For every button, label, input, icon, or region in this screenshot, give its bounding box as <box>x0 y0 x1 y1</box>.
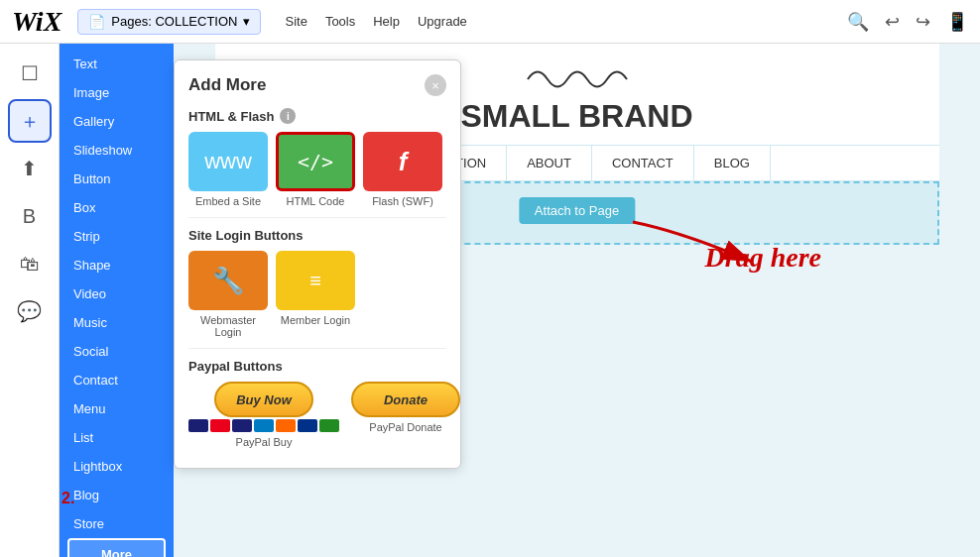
menu-shape[interactable]: Shape <box>60 251 174 279</box>
close-button[interactable]: × <box>425 74 446 96</box>
flash-box[interactable]: f <box>363 132 442 191</box>
wrench-icon: 🔧 <box>212 266 244 296</box>
paypal-donate-item[interactable]: Donate PayPal Donate <box>351 382 460 448</box>
embed-site-item[interactable]: www Embed a Site <box>188 132 268 207</box>
drag-here-label: Drag here <box>705 242 821 274</box>
menu-contact[interactable]: Contact <box>60 366 174 394</box>
visa2-icon <box>232 419 252 432</box>
nav-tools[interactable]: Tools <box>325 14 355 29</box>
menu-text[interactable]: Text <box>60 50 174 78</box>
echeck-icon <box>319 419 339 432</box>
nav-site[interactable]: Site <box>285 14 306 29</box>
menu-more[interactable]: More <box>67 538 166 557</box>
card-icons <box>188 419 339 432</box>
member-login-box[interactable]: ≡ <box>276 251 355 310</box>
info-icon[interactable]: i <box>280 108 296 124</box>
webmaster-login-box[interactable]: 🔧 <box>188 251 268 310</box>
nav-contact[interactable]: CONTACT <box>592 146 694 180</box>
menu-box[interactable]: Box <box>60 193 174 222</box>
menu-menu[interactable]: Menu <box>60 394 174 423</box>
html-flash-items: www Embed a Site </> HTML Code f Flash (… <box>188 132 446 207</box>
paypal-donate-label: PayPal Donate <box>369 421 441 433</box>
menu-button[interactable]: Button <box>60 165 174 193</box>
panel-title: Add More <box>188 75 266 95</box>
visa-icon <box>188 419 208 432</box>
amex-icon <box>254 419 274 432</box>
left-sidebar: ☐ ＋ ⬆ B 🛍 💬 <box>0 44 60 557</box>
step-2-label: 2. <box>61 490 74 507</box>
menu-lightbox[interactable]: Lightbox <box>60 452 174 481</box>
menu-image[interactable]: Image <box>60 78 174 107</box>
panel-header: Add More × <box>188 74 446 96</box>
flash-label: Flash (SWF) <box>372 195 433 207</box>
html-code-item[interactable]: </> HTML Code <box>276 132 355 207</box>
sidebar-add-icon[interactable]: ＋ <box>8 99 52 143</box>
nav-help[interactable]: Help <box>373 14 400 29</box>
site-login-section: Site Login Buttons <box>188 228 446 243</box>
sidebar-store-icon[interactable]: 🛍 <box>8 242 52 285</box>
menu-video[interactable]: Video <box>60 279 174 308</box>
nav-about[interactable]: ABOUT <box>507 146 592 180</box>
redo-icon[interactable]: ↪ <box>916 11 930 33</box>
paypal-buy-label: PayPal Buy <box>236 436 293 448</box>
html-icon: </> <box>298 150 333 173</box>
html-code-label: HTML Code <box>287 195 345 207</box>
webmaster-login-item[interactable]: 🔧 Webmaster Login <box>188 251 268 338</box>
menu-gallery[interactable]: Gallery <box>60 107 174 136</box>
paypal-section: Paypal Buttons <box>188 359 446 374</box>
mobile-icon[interactable]: 📱 <box>946 11 968 33</box>
sidebar-upload-icon[interactable]: ⬆ <box>8 147 52 190</box>
paypal-card-icon <box>298 419 317 432</box>
embed-icon: www <box>204 149 252 174</box>
menu-blog[interactable]: Blog <box>60 481 174 509</box>
flash-item[interactable]: f Flash (SWF) <box>363 132 442 207</box>
menu-slideshow[interactable]: Slideshow <box>60 136 174 165</box>
pages-label: Pages: COLLECTION <box>111 14 237 29</box>
embed-site-label: Embed a Site <box>195 195 261 207</box>
member-icon: ≡ <box>309 270 321 292</box>
sidebar-page-icon[interactable]: ☐ <box>8 52 52 95</box>
topbar-right: 🔍 ↩ ↪ 📱 <box>847 11 968 33</box>
nav-blog[interactable]: BLOG <box>694 146 771 180</box>
topbar-nav: Site Tools Help Upgrade <box>285 14 466 29</box>
paypal-buy-item[interactable]: Buy Now PayPal Buy <box>188 382 339 448</box>
add-more-panel: Add More × HTML & Flash i www Embed a Si… <box>174 59 461 469</box>
webmaster-login-label: Webmaster Login <box>188 314 268 338</box>
sidebar-chat-icon[interactable]: 💬 <box>8 289 52 333</box>
menu-music[interactable]: Music <box>60 308 174 337</box>
member-login-label: Member Login <box>281 314 350 326</box>
search-icon[interactable]: 🔍 <box>847 11 869 33</box>
member-login-item[interactable]: ≡ Member Login <box>276 251 355 338</box>
discover-icon <box>276 419 296 432</box>
wix-logo: WiX <box>12 6 61 38</box>
top-bar: WiX 📄 Pages: COLLECTION ▾ Site Tools Hel… <box>0 0 980 44</box>
embed-site-box[interactable]: www <box>188 132 268 191</box>
nav-upgrade[interactable]: Upgrade <box>418 14 467 29</box>
menu-social[interactable]: Social <box>60 337 174 366</box>
paypal-buy-btn[interactable]: Buy Now <box>214 382 313 417</box>
sidebar-blog-icon[interactable]: B <box>8 194 52 238</box>
html-code-box[interactable]: </> <box>276 132 355 191</box>
menu-store[interactable]: Store <box>60 509 174 538</box>
paypal-items: Buy Now PayPal Buy Donate PayPal Donate <box>188 382 446 448</box>
html-flash-section: HTML & Flash i <box>188 108 446 124</box>
chevron-down-icon: ▾ <box>243 14 250 29</box>
undo-icon[interactable]: ↩ <box>885 11 900 33</box>
menu-strip[interactable]: Strip <box>60 222 174 251</box>
login-items: 🔧 Webmaster Login ≡ Member Login <box>188 251 446 338</box>
menu-list[interactable]: List <box>60 423 174 452</box>
paypal-donate-btn[interactable]: Donate <box>351 382 460 417</box>
page-icon: 📄 <box>88 14 105 30</box>
flash-icon: f <box>399 147 408 177</box>
pages-tab[interactable]: 📄 Pages: COLLECTION ▾ <box>77 9 261 35</box>
element-menu: Text Image Gallery Slideshow Button Box … <box>60 44 174 557</box>
mastercard-icon <box>210 419 230 432</box>
